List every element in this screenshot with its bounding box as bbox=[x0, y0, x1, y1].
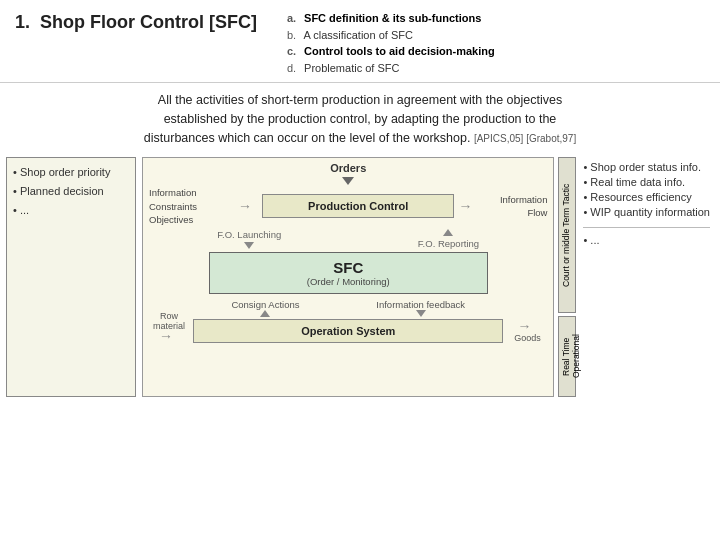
pc-left-arrow bbox=[238, 201, 258, 211]
operational-label: Real Time Operational bbox=[558, 316, 576, 397]
right-item-3: Resources efficiency bbox=[583, 191, 710, 203]
info-feedback-label: Information feedback bbox=[376, 299, 465, 317]
right-bullets: Shop order status info. Real time data i… bbox=[579, 157, 714, 397]
goods-label: Goods bbox=[507, 321, 547, 343]
right-panel: Court or middle Term Tactic Real Time Op… bbox=[558, 157, 714, 397]
consign-actions-label: Consign Actions bbox=[231, 299, 299, 317]
row-material-label: Row material bbox=[149, 311, 189, 343]
sfc-subtitle: (Order / Monitoring) bbox=[214, 276, 483, 287]
intro-text: All the activities of short-term product… bbox=[0, 83, 720, 151]
right-item-4: WIP quantity information bbox=[583, 206, 710, 218]
left-panel: Shop order priority Planned decision ... bbox=[6, 157, 136, 397]
right-vert-arrows: Court or middle Term Tactic Real Time Op… bbox=[558, 157, 576, 397]
pc-right-labels: Information Flow bbox=[482, 193, 547, 220]
bottom-center: Consign Actions Information feedback Ope… bbox=[193, 299, 503, 343]
right-item-5: ... bbox=[583, 234, 710, 246]
production-control-row: Information Constraints Objectives Produ… bbox=[149, 186, 547, 226]
production-control-box: Production Control bbox=[262, 194, 454, 218]
right-item-1: Shop order status info. bbox=[583, 161, 710, 173]
orders-label: Orders bbox=[149, 162, 547, 174]
operation-system-box: Operation System bbox=[193, 319, 503, 343]
header: 1. Shop Floor Control [SFC] a. SFC defin… bbox=[0, 0, 720, 83]
tactic-label: Court or middle Term Tactic bbox=[558, 157, 576, 313]
fo-row: F.O. Launching F.O. Reporting bbox=[149, 229, 547, 249]
center-diagram: Orders Information Constraints Objective… bbox=[142, 157, 554, 397]
bottom-row: Row material Consign Actions Information… bbox=[149, 299, 547, 343]
left-item-2: Planned decision bbox=[13, 185, 129, 197]
fo-reporting: F.O. Reporting bbox=[418, 229, 479, 249]
pc-right-arrow bbox=[458, 201, 478, 211]
left-item-3: ... bbox=[13, 204, 129, 216]
diagram-wrapper: Shop order priority Planned decision ...… bbox=[6, 157, 714, 397]
pc-left-labels: Information Constraints Objectives bbox=[149, 186, 234, 226]
bottom-actions-row: Consign Actions Information feedback bbox=[193, 299, 503, 317]
right-item-2: Real time data info. bbox=[583, 176, 710, 188]
fo-launching: F.O. Launching bbox=[217, 229, 281, 249]
row-material-arrow bbox=[159, 331, 179, 341]
orders-arrow bbox=[149, 177, 547, 185]
sfc-title: SFC bbox=[214, 259, 483, 276]
page-title: 1. Shop Floor Control [SFC] bbox=[15, 10, 257, 33]
left-item-1: Shop order priority bbox=[13, 166, 129, 178]
header-list: a. SFC definition & its sub-functions b.… bbox=[287, 10, 495, 76]
goods-arrow bbox=[517, 321, 537, 331]
sfc-box: SFC (Order / Monitoring) bbox=[209, 252, 488, 294]
